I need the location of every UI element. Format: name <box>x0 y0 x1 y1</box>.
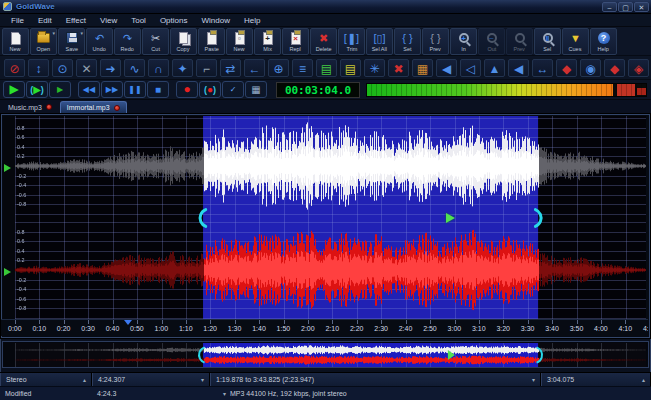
status-selection-range-text: 1:19.878 to 3:43.825 (2:23.947) <box>216 376 314 383</box>
goldwave-window: GoldWave –▢✕ FileEditEffectViewToolOptio… <box>0 0 651 400</box>
effect-icon-12[interactable]: ⊕ <box>268 59 289 77</box>
status-total-length[interactable]: 4:24.307▾ <box>92 373 210 386</box>
down-spin-icon[interactable]: ▾ <box>524 376 535 383</box>
record-button[interactable]: ● <box>176 81 198 98</box>
save-button[interactable]: ▾Save <box>58 28 85 55</box>
channel-cursor-icon[interactable] <box>4 268 11 276</box>
prev-button[interactable]: { }Prev <box>422 28 449 55</box>
undo-button[interactable]: ↶Undo <box>86 28 113 55</box>
pause-button[interactable]: ❚❚ <box>124 81 146 98</box>
monitor-button[interactable]: ✓ <box>222 81 244 98</box>
menu-tool[interactable]: Tool <box>124 14 153 27</box>
stop-button[interactable]: ■ <box>147 81 169 98</box>
effect-icon-18[interactable]: ▦ <box>412 59 433 77</box>
menu-options[interactable]: Options <box>153 14 195 27</box>
down-spin-icon[interactable]: ▾ <box>193 376 204 383</box>
effect-icon-16[interactable]: ✳ <box>364 59 385 77</box>
sel-button[interactable]: ‖Sel <box>534 28 561 55</box>
effect-icon-25[interactable]: ◉ <box>580 59 601 77</box>
effect-icon-15[interactable]: ▤ <box>340 59 361 77</box>
paste-button[interactable]: Paste <box>198 28 225 55</box>
visuals-button[interactable]: ▦ <box>245 81 267 98</box>
overview-strip[interactable] <box>2 341 649 368</box>
cues-button[interactable]: ▼Cues <box>562 28 589 55</box>
effect-icon-9[interactable]: ⌐ <box>196 59 217 77</box>
new-file-icon <box>11 32 21 45</box>
menu-view[interactable]: View <box>93 14 124 27</box>
effect-icon-1[interactable]: ⊘ <box>4 59 25 77</box>
menu-file[interactable]: File <box>4 14 31 27</box>
amplitude-label: -0.4 <box>17 182 26 187</box>
effect-icon-10[interactable]: ⇄ <box>220 59 241 77</box>
play-button[interactable]: ▶ <box>3 81 25 98</box>
dropdown-arrow-icon[interactable]: ▾ <box>80 30 83 36</box>
record-icon: ● <box>183 82 190 97</box>
glyph-icon: { } <box>402 30 412 46</box>
tab-immortal-mp3[interactable]: Immortal.mp3 <box>60 101 127 113</box>
time-label: 3:50 <box>570 325 584 332</box>
waveform-canvas[interactable] <box>15 116 646 321</box>
effect-icon-26[interactable]: ◆ <box>604 59 625 77</box>
menu-edit[interactable]: Edit <box>31 14 59 27</box>
effect-icon-2[interactable]: ↕ <box>28 59 49 77</box>
up-spin-icon[interactable]: ▴ <box>634 376 645 383</box>
menu-window[interactable]: Window <box>194 14 236 27</box>
new-button[interactable]: ▫New <box>226 28 253 55</box>
cut-button[interactable]: ✂Cut <box>142 28 169 55</box>
tab-close-icon[interactable] <box>46 104 52 110</box>
in-button[interactable]: +In <box>450 28 477 55</box>
effect-icon-14[interactable]: ▤ <box>316 59 337 77</box>
effect-icon-8[interactable]: ✦ <box>172 59 193 77</box>
minimize-button[interactable]: – <box>602 2 617 12</box>
effect-icon-3[interactable]: ⊙ <box>52 59 73 77</box>
effect-icon-21[interactable]: ▲ <box>484 59 505 77</box>
trim-button[interactable]: [❚]Trim <box>338 28 365 55</box>
status-selection-range[interactable]: 1:19.878 to 3:43.825 (2:23.947)▾ <box>210 373 541 386</box>
repl-button[interactable]: ×Repl <box>282 28 309 55</box>
status-format[interactable]: ▾MP3 44100 Hz, 192 kbps, joint stereo <box>210 387 651 400</box>
time-label: 0:50 <box>130 325 144 332</box>
effect-icon-5[interactable]: ➜ <box>100 59 121 77</box>
up-spin-icon[interactable]: ▴ <box>75 376 86 383</box>
effect-icon-11[interactable]: ← <box>244 59 265 77</box>
maximize-button[interactable]: ▢ <box>618 2 633 12</box>
tab-close-icon[interactable] <box>114 105 120 111</box>
effect-icon-27[interactable]: ◈ <box>628 59 649 77</box>
effect-icon-22[interactable]: ◀ <box>508 59 529 77</box>
status-channels[interactable]: Stereo▴ <box>0 373 92 386</box>
dropdown-arrow-icon[interactable]: ▾ <box>52 30 55 36</box>
status-position[interactable]: 3:04.075▴ <box>541 373 651 386</box>
play-selection-button[interactable]: (▶) <box>26 81 48 98</box>
help-button[interactable]: ?Help <box>590 28 617 55</box>
open-button[interactable]: ▾Open <box>30 28 57 55</box>
rewind-button[interactable]: ◀◀ <box>78 81 100 98</box>
overview-canvas[interactable] <box>15 343 646 367</box>
close-button[interactable]: ✕ <box>634 2 649 12</box>
format-dropdown-icon[interactable]: ▾ <box>215 390 226 397</box>
fast-forward-button[interactable]: ▶▶ <box>101 81 123 98</box>
copy-button[interactable]: Copy <box>170 28 197 55</box>
record-selection-button[interactable]: (●) <box>199 81 221 98</box>
play-all-button[interactable]: ▶ <box>49 81 71 98</box>
effect-icon-24[interactable]: ◆ <box>556 59 577 77</box>
redo-button[interactable]: ↷Redo <box>114 28 141 55</box>
effect-icon-13[interactable]: ≡ <box>292 59 313 77</box>
playback-marker-icon[interactable] <box>446 213 455 223</box>
effect-icon-17[interactable]: ✖ <box>388 59 409 77</box>
effect-icon-4[interactable]: ✕ <box>76 59 97 77</box>
effect-icon-19[interactable]: ◀ <box>436 59 457 77</box>
tab-music-mp3[interactable]: Music.mp3 <box>2 101 58 113</box>
new-button[interactable]: New <box>2 28 29 55</box>
delete-button[interactable]: ✖Delete <box>310 28 337 55</box>
effect-icon-20[interactable]: ◁ <box>460 59 481 77</box>
channel-cursor-icon[interactable] <box>4 164 11 172</box>
effect-icon-23[interactable]: ↔ <box>532 59 553 77</box>
cue-marker-icon[interactable] <box>124 320 132 325</box>
sel-all-button[interactable]: [▯]Sel All <box>366 28 393 55</box>
mix-button[interactable]: +Mix <box>254 28 281 55</box>
effect-icon-7[interactable]: ∩ <box>148 59 169 77</box>
effect-icon-6[interactable]: ∿ <box>124 59 145 77</box>
set-button[interactable]: { }Set <box>394 28 421 55</box>
menu-help[interactable]: Help <box>237 14 267 27</box>
menu-effect[interactable]: Effect <box>59 14 93 27</box>
